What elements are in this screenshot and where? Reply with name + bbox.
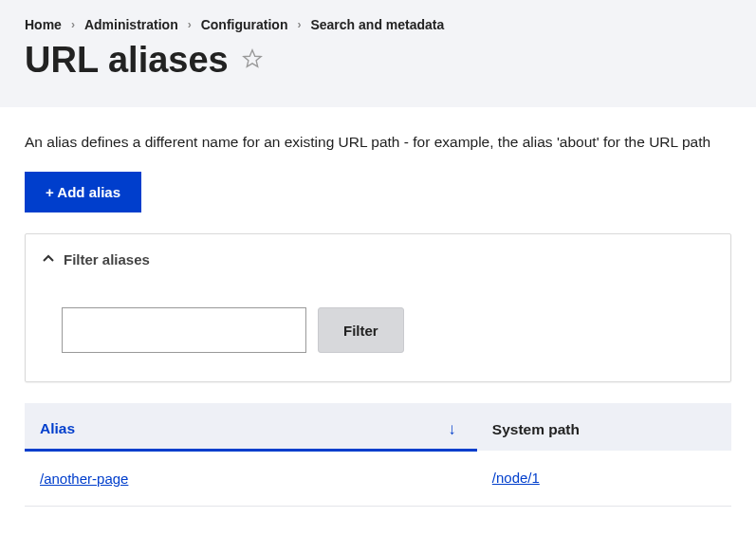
chevron-up-icon — [43, 251, 54, 268]
chevron-right-icon: › — [188, 18, 192, 31]
page-title-row: URL aliases — [25, 40, 731, 81]
breadcrumb-home[interactable]: Home — [25, 17, 62, 32]
filter-button[interactable]: Filter — [318, 307, 404, 353]
alias-table: Alias ↓ System path /another-page /node/… — [25, 403, 731, 507]
column-header-system-path-label: System path — [492, 421, 580, 437]
sort-arrow-down-icon: ↓ — [448, 420, 456, 439]
breadcrumb-configuration[interactable]: Configuration — [201, 17, 288, 32]
breadcrumb-search-metadata[interactable]: Search and metadata — [310, 17, 444, 32]
filter-panel: Filter aliases Filter — [25, 233, 731, 382]
system-path-link[interactable]: /node/1 — [492, 470, 540, 486]
chevron-right-icon: › — [297, 18, 301, 31]
breadcrumb-administration[interactable]: Administration — [84, 17, 178, 32]
star-icon[interactable] — [242, 48, 263, 73]
alias-link[interactable]: /another-page — [40, 471, 128, 487]
header-region: Home › Administration › Configuration › … — [0, 0, 756, 107]
svg-marker-0 — [244, 49, 261, 65]
filter-panel-title: Filter aliases — [64, 251, 150, 268]
table-row: /another-page /node/1 — [25, 451, 731, 507]
filter-row: Filter — [43, 307, 713, 353]
add-alias-button[interactable]: + Add alias — [25, 172, 141, 212]
filter-input[interactable] — [62, 307, 306, 353]
content-region: An alias defines a different name for an… — [0, 107, 756, 507]
filter-panel-toggle[interactable]: Filter aliases — [43, 251, 713, 268]
page-title: URL aliases — [25, 40, 229, 81]
page-description: An alias defines a different name for an… — [25, 134, 731, 151]
column-header-alias[interactable]: Alias ↓ — [25, 403, 477, 451]
chevron-right-icon: › — [71, 18, 75, 31]
column-header-alias-label: Alias — [40, 420, 75, 436]
column-header-system-path[interactable]: System path — [477, 403, 731, 451]
breadcrumb: Home › Administration › Configuration › … — [25, 17, 731, 32]
